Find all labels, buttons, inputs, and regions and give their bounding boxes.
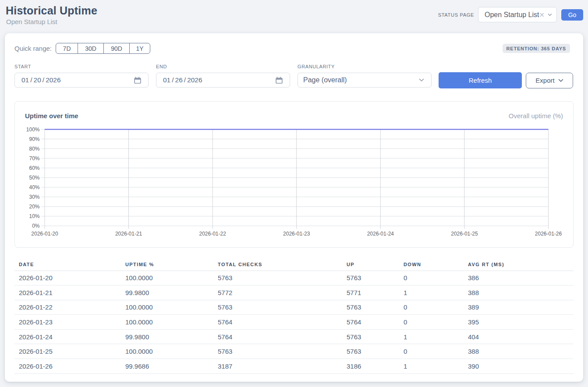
svg-text:0%: 0% [32,223,40,229]
svg-text:2026-01-21: 2026-01-21 [115,231,142,237]
svg-text:2026-01-20: 2026-01-20 [31,231,58,237]
svg-text:20%: 20% [29,204,39,210]
svg-text:2026-01-26: 2026-01-26 [535,231,562,237]
svg-text:2026-01-23: 2026-01-23 [283,231,310,237]
svg-text:70%: 70% [29,155,39,162]
svg-text:60%: 60% [29,165,39,171]
svg-text:2026-01-25: 2026-01-25 [451,231,478,237]
svg-text:40%: 40% [29,184,39,190]
svg-text:90%: 90% [29,136,39,142]
svg-text:10%: 10% [29,213,39,219]
svg-text:100%: 100% [26,127,40,133]
svg-text:30%: 30% [29,194,39,200]
svg-text:2026-01-22: 2026-01-22 [199,231,226,237]
svg-text:2026-01-24: 2026-01-24 [367,231,394,237]
svg-text:80%: 80% [29,146,39,152]
svg-text:50%: 50% [29,175,39,181]
